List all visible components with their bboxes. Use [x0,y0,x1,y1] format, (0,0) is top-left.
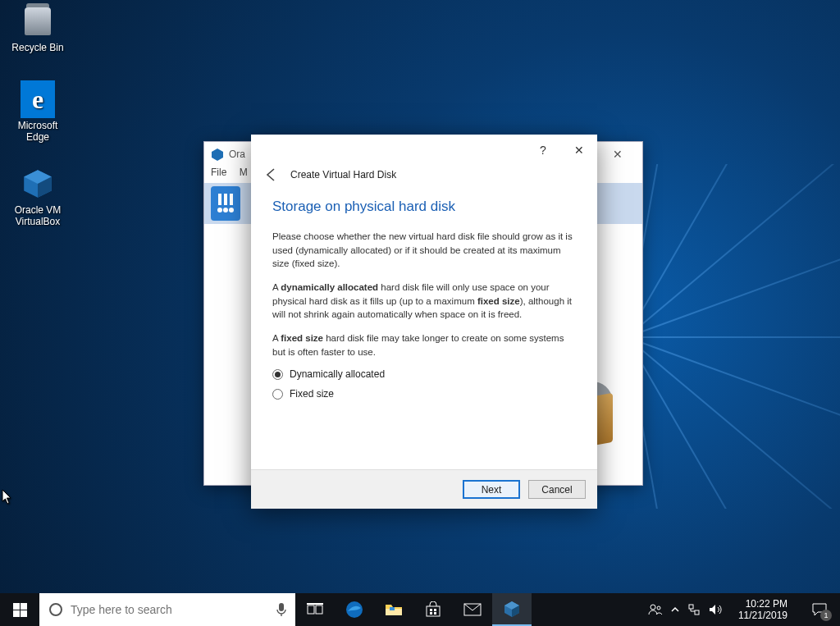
back-button[interactable] [262,166,281,184]
task-view-icon [307,603,323,616]
desktop-icon-label: Oracle VM VirtualBox [7,204,69,227]
svg-rect-5 [224,194,227,205]
virtualbox-icon [211,148,224,161]
next-button[interactable]: Next [463,480,520,499]
svg-rect-14 [279,603,284,611]
arrow-left-icon [262,166,281,184]
help-icon[interactable]: ? [525,138,561,162]
dialog-titlebar[interactable]: ? ✕ [251,135,597,166]
desktop-icon-microsoft-edge[interactable]: e Microsoft Edge [7,82,69,143]
edge-icon [345,601,363,619]
search-input[interactable] [71,603,267,616]
radio-icon [272,369,283,380]
svg-rect-16 [316,605,322,614]
search-icon [49,603,62,616]
desktop-icon-recycle-bin[interactable]: Recycle Bin [7,4,69,53]
svg-rect-25 [434,612,436,615]
taskbar: 10:22 PM 11/21/2019 1 [0,593,840,626]
svg-rect-20 [390,607,395,610]
folder-icon [385,602,403,617]
svg-rect-12 [13,610,20,617]
svg-rect-23 [434,609,436,611]
wizard-heading: Storage on physical hard disk [272,199,576,215]
svg-rect-6 [230,194,233,205]
svg-rect-4 [218,194,221,205]
taskbar-app-microsoft-store[interactable] [413,593,453,626]
taskbar-app-mail[interactable] [453,593,492,626]
close-icon[interactable]: ✕ [600,143,636,166]
svg-point-30 [651,605,655,610]
svg-rect-15 [308,605,314,614]
radio-fixed-size[interactable]: Fixed size [272,388,576,400]
cancel-button[interactable]: Cancel [528,480,586,499]
menu-item[interactable]: M [240,167,248,178]
svg-rect-13 [21,610,27,617]
notification-badge: 1 [820,610,832,621]
svg-rect-21 [427,606,440,616]
action-center-button[interactable]: 1 [802,593,837,626]
tray-chevron-up-icon[interactable] [671,605,679,614]
store-icon [425,601,441,618]
recycle-bin-icon [21,4,55,39]
svg-rect-32 [689,605,693,609]
volume-icon[interactable] [709,604,724,615]
svg-point-7 [217,208,222,212]
wizard-paragraph-3: A fixed size hard disk file may take lon… [272,331,576,359]
virtualbox-icon [21,167,55,201]
svg-rect-17 [307,603,323,605]
taskbar-app-edge[interactable] [335,593,374,626]
system-tray: 10:22 PM 11/21/2019 1 [648,593,840,626]
menu-file[interactable]: File [211,167,226,178]
dialog-footer: Next Cancel [251,469,597,509]
svg-point-9 [229,208,234,212]
tools-icon[interactable] [211,186,240,221]
clock-date: 11/21/2019 [738,610,788,621]
taskbar-clock[interactable]: 10:22 PM 11/21/2019 [732,598,794,622]
radio-icon [272,389,283,400]
microphone-icon[interactable] [276,602,287,617]
desktop-icon-virtualbox[interactable]: Oracle VM VirtualBox [7,167,69,227]
taskbar-app-file-explorer[interactable] [374,593,413,626]
taskbar-app-virtualbox[interactable] [492,593,532,626]
window-title: Ora [229,149,245,160]
clock-time: 10:22 PM [738,598,788,610]
desktop-icon-label: Microsoft Edge [7,120,69,143]
svg-rect-11 [21,603,27,610]
start-button[interactable] [0,593,39,626]
windows-logo-icon [13,603,27,617]
wizard-paragraph-1: Please choose whether the new virtual ha… [272,230,576,271]
people-icon[interactable] [648,604,663,615]
wizard-paragraph-2: A dynamically allocated hard disk file w… [272,281,576,322]
svg-rect-24 [430,612,432,615]
svg-rect-33 [695,610,699,615]
svg-rect-10 [13,603,20,610]
create-virtual-hard-disk-dialog: ? ✕ Create Virtual Hard Disk Storage on … [251,135,597,509]
desktop-icon-label: Recycle Bin [7,42,69,53]
svg-marker-3 [212,149,223,161]
radio-label: Fixed size [290,388,334,400]
mail-icon [463,603,482,616]
virtualbox-icon [503,600,521,618]
svg-point-31 [657,606,660,610]
dialog-title: Create Virtual Hard Disk [290,169,396,180]
network-icon[interactable] [687,603,701,616]
svg-point-8 [223,208,228,212]
radio-label: Dynamically allocated [290,368,385,380]
mouse-cursor-icon [2,489,13,505]
radio-dynamically-allocated[interactable]: Dynamically allocated [272,368,576,380]
task-view-button[interactable] [295,593,335,626]
taskbar-search[interactable] [39,593,295,626]
close-icon[interactable]: ✕ [561,138,597,162]
edge-icon: e [21,82,55,117]
svg-rect-22 [430,609,432,611]
